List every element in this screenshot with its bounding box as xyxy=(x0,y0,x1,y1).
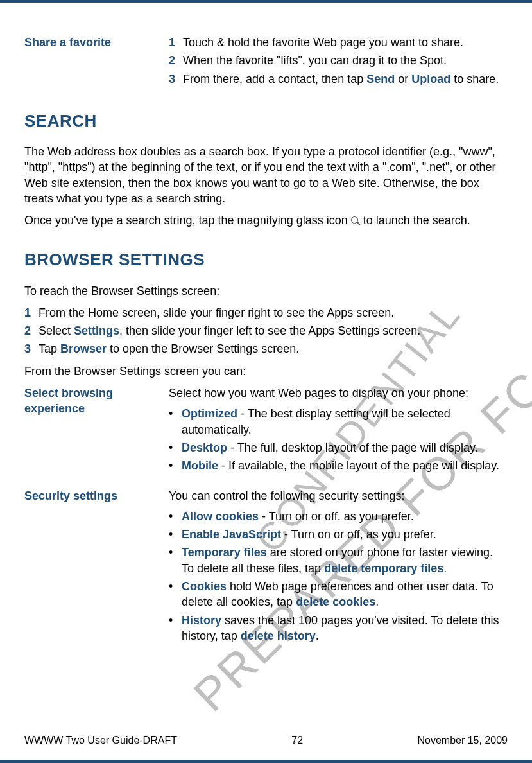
browser-link: Browser xyxy=(60,342,107,355)
option-label: Temporary files xyxy=(182,546,267,559)
share-step-1: 1 Touch & hold the favorite Web page you… xyxy=(169,35,508,50)
step-number: 3 xyxy=(169,71,183,87)
option-text: - The full, desktop layout of the page w… xyxy=(227,441,478,454)
browsing-experience-heading: Select browsing experience xyxy=(24,385,162,417)
step-number: 1 xyxy=(24,305,39,320)
browser-step-3: 3 Tap Browser to open the Browser Settin… xyxy=(24,341,508,356)
search-para-1: The Web address box doubles as a search … xyxy=(24,144,508,206)
step-number: 2 xyxy=(169,53,183,68)
security-allow-cookies: Allow cookies - Turn on or off, as you p… xyxy=(169,509,508,524)
security-cookies: Cookies hold Web page preferences and ot… xyxy=(169,579,508,610)
footer-page-number: 72 xyxy=(291,733,303,748)
text-fragment: to launch the search. xyxy=(363,214,470,227)
option-text: - Turn on or off, as you prefer. xyxy=(259,510,414,523)
step-number: 3 xyxy=(24,341,39,356)
search-heading: SEARCH xyxy=(24,110,508,132)
step-text: Tap Browser to open the Browser Settings… xyxy=(39,341,508,356)
footer-date: November 15, 2009 xyxy=(417,733,508,748)
magnifying-glass-icon xyxy=(351,216,360,225)
option-label: Cookies xyxy=(182,580,227,593)
security-lead: You can control the following security s… xyxy=(169,488,508,504)
text-fragment: , then slide your finger left to see the… xyxy=(119,324,420,337)
text-fragment: Tap xyxy=(39,342,60,355)
browser-intro: To reach the Browser Settings screen: xyxy=(24,283,508,299)
option-label: Desktop xyxy=(182,441,227,454)
share-step-3: 3 From there, add a contact, then tap Se… xyxy=(169,71,508,87)
option-label: Enable JavaScript xyxy=(182,528,281,541)
step-text: Select Settings, then slide your finger … xyxy=(39,323,508,338)
option-label: Allow cookies xyxy=(182,510,259,523)
security-settings-section: Security settings You can control the fo… xyxy=(24,488,508,647)
text-fragment: . xyxy=(443,562,447,575)
security-temp-files: Temporary files are stored on your phone… xyxy=(169,545,508,576)
step-text: From the Home screen, slide your finger … xyxy=(39,305,508,320)
option-label: Mobile xyxy=(182,459,218,472)
share-favorite-heading: Share a favorite xyxy=(24,35,162,50)
action-label: delete cookies xyxy=(296,595,375,608)
step-text: When the favorite "lifts", you can drag … xyxy=(183,53,508,68)
text-fragment: to open the Browser Settings screen. xyxy=(107,342,299,355)
text-fragment: saves the last 100 pages you've visited.… xyxy=(182,614,499,642)
action-label: delete temporary files xyxy=(324,562,443,575)
browser-step-2: 2 Select Settings, then slide your finge… xyxy=(24,323,508,338)
browsing-experience-section: Select browsing experience Select how yo… xyxy=(24,385,508,476)
text-fragment: . xyxy=(316,629,319,642)
security-settings-heading: Security settings xyxy=(24,488,162,504)
step-number: 1 xyxy=(169,35,183,50)
option-desktop: Desktop - The full, desktop layout of th… xyxy=(169,440,508,455)
share-step-2: 2 When the favorite "lifts", you can dra… xyxy=(169,53,508,68)
browser-settings-heading: BROWSER SETTINGS xyxy=(24,249,508,271)
action-label: delete history xyxy=(241,629,316,642)
option-label: Optimized xyxy=(182,407,237,420)
step-text: From there, add a contact, then tap Send… xyxy=(183,71,508,87)
share-favorite-section: Share a favorite 1 Touch & hold the favo… xyxy=(24,35,508,89)
option-optimized: Optimized - The best display setting wil… xyxy=(169,406,508,437)
option-label: History xyxy=(182,614,221,627)
step-number: 2 xyxy=(24,323,39,338)
settings-link: Settings xyxy=(74,324,119,337)
send-label: Send xyxy=(366,73,395,85)
text-fragment: to share. xyxy=(450,73,499,85)
browsing-experience-lead: Select how you want Web pages to display… xyxy=(169,385,508,401)
security-history: History saves the last 100 pages you've … xyxy=(169,613,508,644)
page-footer: WWWW Two User Guide-DRAFT 72 November 15… xyxy=(24,733,508,748)
option-mobile: Mobile - If available, the mobile layout… xyxy=(169,458,508,473)
text-fragment: Select xyxy=(39,324,74,337)
text-fragment: . xyxy=(375,595,379,608)
text-fragment: From there, add a contact, then tap xyxy=(183,73,366,85)
option-text: - Turn on or off, as you prefer. xyxy=(281,528,436,541)
option-text: - If available, the mobile layout of the… xyxy=(218,459,499,472)
footer-left: WWWW Two User Guide-DRAFT xyxy=(24,733,177,748)
text-fragment: Once you've type a search string, tap th… xyxy=(24,214,351,227)
browser-outro: From the Browser Settings screen you can… xyxy=(24,364,508,379)
search-para-2: Once you've type a search string, tap th… xyxy=(24,213,508,228)
text-fragment: or xyxy=(395,73,411,85)
step-text: Touch & hold the favorite Web page you w… xyxy=(183,35,508,50)
security-enable-js: Enable JavaScript - Turn on or off, as y… xyxy=(169,527,508,542)
browser-step-1: 1 From the Home screen, slide your finge… xyxy=(24,305,508,320)
upload-label: Upload xyxy=(411,73,450,85)
